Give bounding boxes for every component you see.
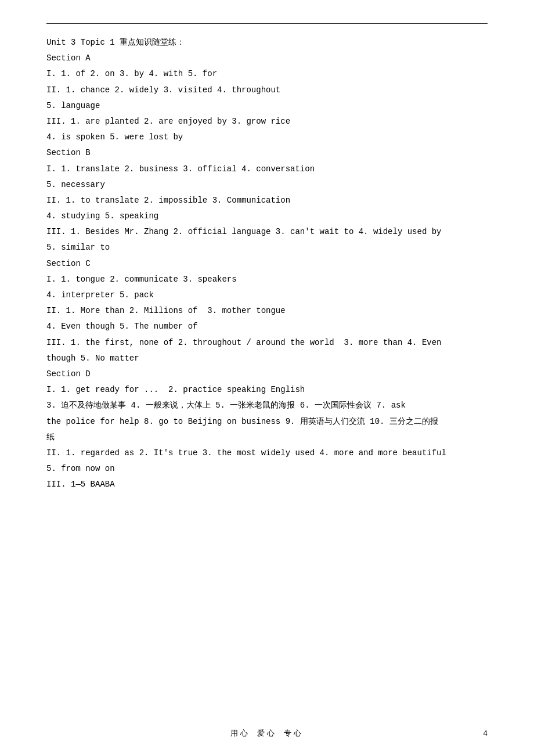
- content-line: Section A: [46, 51, 488, 66]
- content-line: III. 1. the first, none of 2. throughout…: [46, 336, 488, 350]
- content-line: Unit 3 Topic 1 重点知识随堂练：: [46, 35, 488, 50]
- content-line: though 5. No matter: [46, 351, 488, 366]
- content-line: III. 1. Besides Mr. Zhang 2. official la…: [46, 225, 488, 239]
- content-line: 4. Even though 5. The number of: [46, 319, 488, 334]
- content-line: Section C: [46, 257, 488, 271]
- content-line: 5. necessary: [46, 178, 488, 192]
- content-line: I. 1. of 2. on 3. by 4. with 5. for: [46, 67, 488, 81]
- footer-tagline: 用心 爱心 专心: [46, 728, 488, 739]
- content-line: 3. 迫不及待地做某事 4. 一般来说，大体上 5. 一张米老鼠的海报 6. 一…: [46, 398, 488, 413]
- content-area: Unit 3 Topic 1 重点知识随堂练：Section AI. 1. of…: [46, 35, 488, 492]
- content-line: 5. language: [46, 99, 488, 113]
- content-line: II. 1. to translate 2. impossible 3. Com…: [46, 193, 488, 208]
- content-line: II. 1. regarded as 2. It's true 3. the m…: [46, 446, 488, 460]
- content-line: III. 1. are planted 2. are enjoyed by 3.…: [46, 114, 488, 129]
- content-line: Section B: [46, 146, 488, 160]
- content-line: 4. is spoken 5. were lost by: [46, 130, 488, 145]
- content-line: II. 1. More than 2. Millions of 3. mothe…: [46, 304, 488, 318]
- content-line: Section D: [46, 367, 488, 381]
- content-line: 5. similar to: [46, 240, 488, 255]
- top-divider: [46, 23, 488, 24]
- content-line: the police for help 8. go to Beijing on …: [46, 415, 488, 429]
- content-line: II. 1. chance 2. widely 3. visited 4. th…: [46, 83, 488, 98]
- content-line: 4. interpreter 5. pack: [46, 288, 488, 303]
- content-line: I. 1. tongue 2. communicate 3. speakers: [46, 272, 488, 287]
- footer-page-number: 4: [483, 729, 488, 738]
- content-line: I. 1. get ready for ... 2. practice spea…: [46, 383, 488, 397]
- content-line: 纸: [46, 430, 488, 445]
- content-line: 5. from now on: [46, 462, 488, 476]
- content-line: 4. studying 5. speaking: [46, 209, 488, 224]
- content-line: I. 1. translate 2. business 3. official …: [46, 162, 488, 177]
- footer: 用心 爱心 专心 4: [0, 728, 534, 739]
- content-line: III. 1—5 BAABA: [46, 477, 488, 492]
- page-container: Unit 3 Topic 1 重点知识随堂练：Section AI. 1. of…: [0, 0, 534, 756]
